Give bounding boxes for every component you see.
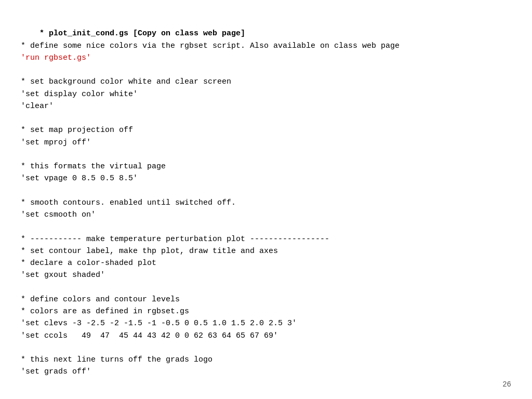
line-28: * this next line turns off the grads log…	[21, 355, 212, 364]
line-10: 'set mproj off'	[21, 138, 91, 147]
code-block: * plot_init_cond.gs [Copy on class web p…	[21, 16, 511, 390]
line-26: 'set ccols 49 47 45 44 43 42 0 0 62 63 6…	[21, 331, 278, 340]
line-16: 'set csmooth on'	[21, 210, 96, 219]
line-21: 'set gxout shaded'	[21, 271, 105, 280]
line-1-bold: * plot_init_cond.gs [Copy on class web p…	[39, 29, 245, 38]
line-7: 'clear'	[21, 102, 54, 111]
line-19: * set contour label, make thp plot, draw…	[21, 247, 278, 256]
line-18: * ----------- make temperature perturbat…	[21, 235, 329, 244]
line-2: * define some nice colors via the rgbset…	[21, 42, 400, 50]
line-20: * declare a color-shaded plot	[21, 259, 156, 268]
line-12: * this formats the virtual page	[21, 162, 166, 171]
line-9: * set map projection off	[21, 126, 133, 135]
line-23: * define colors and contour levels	[21, 295, 180, 304]
line-25: 'set clevs -3 -2.5 -2 -1.5 -1 -0.5 0 0.5…	[21, 319, 297, 328]
line-29: 'set grads off'	[21, 367, 91, 376]
page-number: 26	[502, 380, 511, 389]
page-container: * plot_init_cond.gs [Copy on class web p…	[0, 0, 532, 399]
line-13: 'set vpage 0 8.5 0.5 8.5'	[21, 174, 138, 183]
line-5: * set background color white and clear s…	[21, 77, 231, 86]
line-24: * colors are as defined in rgbset.gs	[21, 307, 189, 316]
line-3-red: 'run rgbset.gs'	[21, 54, 91, 62]
line-15: * smooth contours. enabled until switche…	[21, 198, 236, 207]
line-6: 'set display color white'	[21, 90, 138, 99]
